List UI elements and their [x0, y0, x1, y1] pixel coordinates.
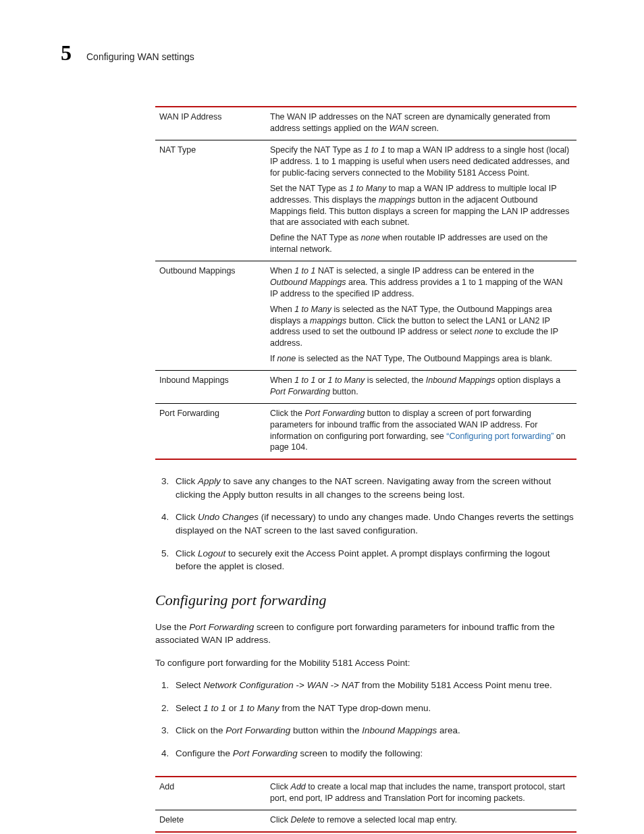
chapter-number: 5	[61, 37, 72, 68]
table-row: Port Forwarding Click the Port Forwardin…	[155, 403, 576, 459]
list-item: Click Undo Changes (if necessary) to und…	[171, 511, 576, 537]
content-column: WAN IP Address The WAN IP addresses on t…	[155, 106, 576, 833]
intro-paragraph: Use the Port Forwarding screen to config…	[155, 621, 576, 647]
table-row: Add Click Add to create a local map that…	[155, 777, 576, 810]
term-cell: Outbound Mappings	[155, 261, 266, 371]
table-row: WAN IP Address The WAN IP addresses on t…	[155, 107, 576, 140]
description-cell: Click the Port Forwarding button to disp…	[266, 403, 576, 459]
list-item: Configure the Port Forwarding screen to …	[171, 747, 576, 760]
description-cell: Click Add to create a local map that inc…	[266, 777, 576, 810]
port-forwarding-steps: Select Network Configuration -> WAN -> N…	[155, 679, 576, 760]
pf-table-body: Add Click Add to create a local map that…	[155, 777, 576, 832]
term-cell: Delete	[155, 810, 266, 832]
lead-paragraph: To configure port forwarding for the Mob…	[155, 656, 576, 670]
table-row: NAT Type Specify the NAT Type as 1 to 1 …	[155, 140, 576, 261]
nat-table-body: WAN IP Address The WAN IP addresses on t…	[155, 107, 576, 459]
port-forwarding-definition-table: Add Click Add to create a local map that…	[155, 776, 576, 833]
term-cell: NAT Type	[155, 140, 266, 261]
section-heading-port-forwarding: Configuring port forwarding	[155, 590, 576, 611]
list-item: Select Network Configuration -> WAN -> N…	[171, 679, 576, 692]
term-cell: Port Forwarding	[155, 403, 266, 459]
term-cell: Add	[155, 777, 266, 810]
table-row: Delete Click Delete to remove a selected…	[155, 810, 576, 832]
list-item: Click Apply to save any changes to the N…	[171, 475, 576, 501]
chapter-title: Configuring WAN settings	[86, 50, 194, 63]
description-cell: Specify the NAT Type as 1 to 1 to map a …	[266, 140, 576, 261]
nat-definition-table: WAN IP Address The WAN IP addresses on t…	[155, 106, 576, 460]
description-cell: The WAN IP addresses on the NAT screen a…	[266, 107, 576, 140]
description-cell: When 1 to 1 NAT is selected, a single IP…	[266, 261, 576, 371]
document-page: 5 Configuring WAN settings WAN IP Addres…	[0, 0, 644, 834]
description-cell: Click Delete to remove a selected local …	[266, 810, 576, 832]
term-cell: WAN IP Address	[155, 107, 266, 140]
list-item: Select 1 to 1 or 1 to Many from the NAT …	[171, 702, 576, 715]
table-row: Inbound Mappings When 1 to 1 or 1 to Man…	[155, 371, 576, 404]
nat-steps-continued: Click Apply to save any changes to the N…	[155, 475, 576, 573]
description-cell: When 1 to 1 or 1 to Many is selected, th…	[266, 371, 576, 404]
page-header: 5 Configuring WAN settings	[61, 37, 576, 68]
list-item: Click on the Port Forwarding button with…	[171, 724, 576, 737]
list-item: Click Logout to securely exit the Access…	[171, 547, 576, 573]
table-row: Outbound Mappings When 1 to 1 NAT is sel…	[155, 261, 576, 371]
term-cell: Inbound Mappings	[155, 371, 266, 404]
